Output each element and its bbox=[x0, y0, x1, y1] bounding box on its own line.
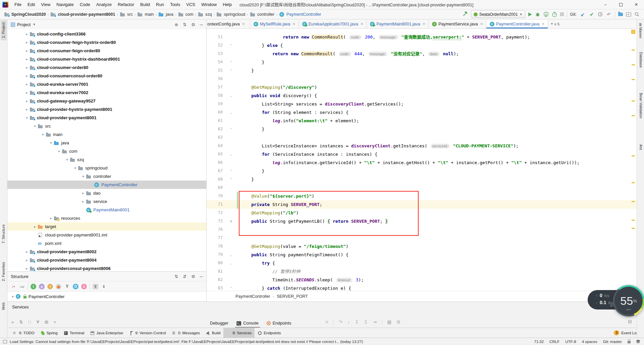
toolwindow-button-spring[interactable]: Spring bbox=[38, 328, 61, 338]
tree-item-cloud-eureka-server7001[interactable]: ▸cloud-eureka-server7001 bbox=[7, 80, 206, 88]
autoscroll-from-source-icon[interactable]: ⇩ bbox=[101, 284, 107, 289]
line-number[interactable]: 57 bbox=[207, 83, 223, 91]
tree-chevron-icon[interactable]: ▸ bbox=[24, 258, 30, 262]
tree-chevron-icon[interactable]: ▾ bbox=[56, 149, 62, 153]
toolwindow-button-9-version-control[interactable]: 9: Version Control bbox=[126, 328, 169, 338]
stripe-tab-maven[interactable]: m Maven bbox=[638, 21, 644, 41]
code-line-51[interactable]: 51 return new CommonResult( code: 200, m… bbox=[207, 33, 637, 41]
line-number[interactable]: 56 bbox=[207, 75, 223, 83]
run-configuration-select[interactable]: SeataOrderMain2001 ▼ bbox=[471, 10, 525, 18]
tree-chevron-icon[interactable]: ▾ bbox=[80, 175, 86, 178]
menu-icon[interactable]: ≡ bbox=[325, 319, 328, 325]
line-number[interactable]: 76 bbox=[207, 225, 223, 234]
tree-chevron-icon[interactable]: ▸ bbox=[24, 74, 30, 78]
menu-run[interactable]: Run bbox=[153, 0, 167, 9]
show-anonymous-icon[interactable]: O bbox=[73, 284, 78, 289]
line-number[interactable]: 65 bbox=[207, 150, 223, 158]
locate-file-icon[interactable]: ⊕ bbox=[174, 22, 178, 27]
close-tab-icon[interactable]: ✕ bbox=[423, 22, 425, 26]
close-tab-icon[interactable]: ✕ bbox=[242, 22, 245, 26]
autoscroll-to-source-icon[interactable]: ⇧ bbox=[93, 284, 98, 289]
menu-refactor[interactable]: Refactor bbox=[115, 0, 137, 9]
nav-crumb-com[interactable]: com bbox=[178, 12, 194, 17]
line-separator[interactable]: CRLF bbox=[549, 340, 559, 344]
editor-tab-ontextconfig-java[interactable]: ontextConfig.java✕ bbox=[207, 19, 250, 28]
tree-chevron-icon[interactable]: ▸ bbox=[24, 32, 30, 36]
nav-crumb-cloud-provider-payment8001[interactable]: cloud-provider-payment8001 bbox=[50, 12, 115, 17]
tree-item-springcloud[interactable]: ▾springcloud bbox=[7, 164, 206, 172]
code-line-82[interactable]: 82 TimeUnit.SECONDS.sleep( timeout: 3); bbox=[207, 276, 637, 284]
toolwindow-button-endpoints[interactable]: Endpoints bbox=[255, 328, 284, 338]
tree-item-xzq[interactable]: ▾xzq bbox=[7, 155, 206, 164]
show-properties-icon[interactable]: p bbox=[39, 284, 45, 289]
tree-item-cloud-provider-payment8004[interactable]: ▸cloud-provider-payment8004 bbox=[7, 256, 206, 264]
toolwindow-button-build[interactable]: Build bbox=[203, 328, 224, 338]
hide-panel-icon[interactable]: ─ bbox=[200, 274, 203, 279]
code-line-52[interactable]: 52⌃ } else { bbox=[207, 41, 637, 50]
nav-crumb-main[interactable]: main bbox=[137, 12, 154, 17]
editor-tab-paymentmain8001-java[interactable]: CPaymentMain8001.java✕ bbox=[367, 19, 429, 28]
warning-stripe-mark[interactable] bbox=[632, 115, 635, 116]
code-line-79[interactable]: 79⌄ public String paymentFeignTimeout() … bbox=[207, 251, 637, 259]
toolwindow-button-6-todo[interactable]: 6: TODO bbox=[10, 328, 38, 338]
line-number[interactable]: 78 bbox=[207, 242, 223, 251]
services-tab-endpoints[interactable]: Endpoints bbox=[263, 319, 295, 328]
fold-marker-icon[interactable]: ⌃ bbox=[229, 58, 233, 66]
close-tab-icon[interactable]: ✕ bbox=[361, 22, 363, 26]
tree-chevron-icon[interactable]: ▸ bbox=[80, 191, 86, 195]
fold-marker-icon[interactable]: ⌃ bbox=[229, 175, 233, 184]
tree-item-service[interactable]: ▸service bbox=[7, 197, 206, 206]
fold-marker-icon[interactable]: ⌄ bbox=[229, 150, 233, 158]
line-number[interactable]: 64 bbox=[207, 142, 223, 150]
line-number[interactable]: 71 bbox=[207, 200, 223, 209]
code-line-56[interactable]: 56 bbox=[207, 75, 637, 83]
line-number[interactable]: 73 bbox=[207, 217, 223, 225]
code-line-64[interactable]: 64 List<ServiceInstance> instances = dis… bbox=[207, 142, 637, 150]
tree-item-paymentmain8001[interactable]: CPaymentMain8001 bbox=[7, 206, 206, 214]
status-message[interactable]: Load Settings: Cannot load settings from… bbox=[10, 340, 363, 344]
minimize-button[interactable]: – bbox=[598, 0, 613, 9]
collapse-all-icon[interactable]: ⇅ bbox=[183, 22, 186, 27]
run-anything-icon[interactable] bbox=[626, 12, 631, 17]
fold-marker-icon[interactable]: ⌃ bbox=[229, 284, 233, 291]
inspection-indicator[interactable] bbox=[631, 30, 635, 34]
line-number[interactable]: 69 bbox=[207, 184, 223, 192]
tree-chevron-icon[interactable]: ▾ bbox=[48, 141, 54, 145]
profiler-icon[interactable] bbox=[552, 12, 557, 17]
show-lambdas-icon[interactable]: λ bbox=[81, 284, 87, 289]
tree-item-paymentcontroller[interactable]: CPaymentController bbox=[7, 181, 206, 189]
editor-tab-paymentservice-java[interactable]: IPaymentService.java✕ bbox=[429, 19, 486, 28]
line-number[interactable]: 77 bbox=[207, 234, 223, 242]
run-button[interactable] bbox=[528, 12, 532, 16]
menu-vcs[interactable]: VCS bbox=[183, 0, 198, 9]
tree-chevron-icon[interactable]: ▸ bbox=[48, 216, 54, 220]
fold-marker-icon[interactable]: ⌄ bbox=[229, 251, 233, 259]
tree-chevron-icon[interactable]: ▸ bbox=[24, 57, 30, 61]
line-number[interactable]: 55 bbox=[207, 66, 223, 75]
code-line-53[interactable]: 53 return new CommonResult( code: 444, m… bbox=[207, 50, 637, 58]
line-number[interactable]: 62 bbox=[207, 125, 223, 133]
menu-edit[interactable]: Edit bbox=[24, 0, 38, 9]
tree-chevron-icon[interactable]: ▸ bbox=[24, 267, 30, 270]
tree-chevron-icon[interactable]: ▸ bbox=[24, 66, 30, 69]
toolwindow-button-java-enterprise[interactable]: Java Enterprise bbox=[87, 328, 126, 338]
code-line-62[interactable]: 62⌃ } bbox=[207, 125, 637, 133]
code-line-60[interactable]: 60⌄ for (String element : services) { bbox=[207, 108, 637, 117]
code-line-59[interactable]: 59 List<String> services = discoveryClie… bbox=[207, 100, 637, 108]
tree-item-cloud-provider-payment8001[interactable]: ▾cloud-provider-payment8001 bbox=[7, 114, 206, 122]
close-tab-icon[interactable]: ✕ bbox=[542, 22, 544, 26]
tree-item-cloud-consumer-feign-hystrix-order80[interactable]: ▸cloud-consumer-feign-hystrix-order80 bbox=[7, 38, 206, 47]
nav-crumb-springcloud[interactable]: springcloud bbox=[216, 12, 245, 17]
tree-item-main[interactable]: ▾main bbox=[7, 130, 206, 139]
tree-item-pom-xml[interactable]: mpom.xml bbox=[7, 239, 206, 248]
settings-gear-icon[interactable]: ⚙ bbox=[191, 22, 195, 27]
chevron-expanded-icon[interactable]: ▾ bbox=[10, 295, 15, 298]
indent-setting[interactable]: 4 spaces bbox=[582, 340, 597, 344]
code-line-68[interactable]: 68⌃ } bbox=[207, 175, 637, 184]
editor-tab-eurekaapplicatin7001-java[interactable]: CEurekaApplicatin7001.java✕ bbox=[299, 19, 367, 28]
fold-marker-icon[interactable]: ⌄ bbox=[229, 108, 233, 117]
fold-marker-icon[interactable]: ⌃ bbox=[229, 125, 233, 133]
sort-by-visibility-icon[interactable]: ↓▪ bbox=[10, 284, 16, 289]
tree-chevron-icon[interactable]: ▾ bbox=[24, 116, 30, 120]
line-number[interactable]: 52 bbox=[207, 41, 223, 50]
